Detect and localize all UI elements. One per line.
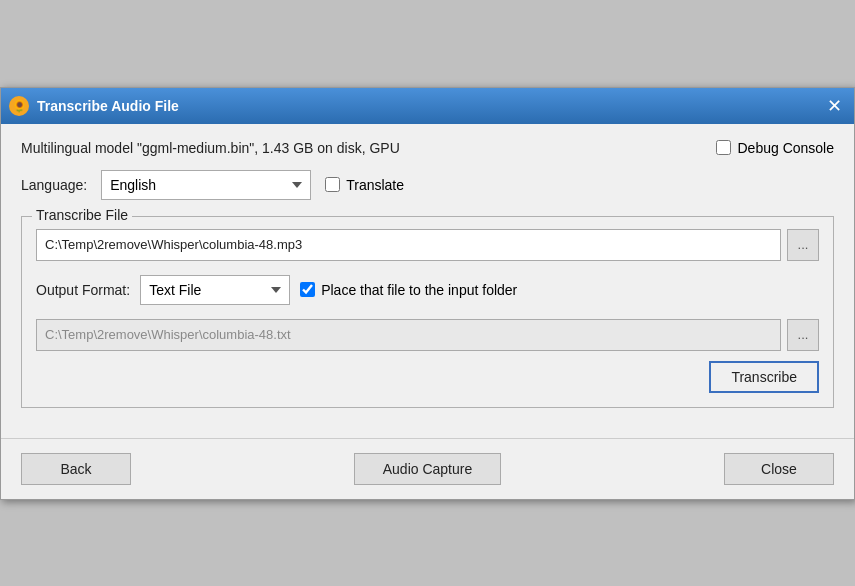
output-format-row: Output Format: Text File SRT VTT JSON Pl… (36, 275, 819, 305)
title-bar: 🌻 Transcribe Audio File ✕ (1, 88, 854, 124)
language-select[interactable]: English Auto Detect Spanish French Germa… (101, 170, 311, 200)
app-icon: 🌻 (9, 96, 29, 116)
output-file-browse-button[interactable]: ... (787, 319, 819, 351)
model-info-text: Multilingual model "ggml-medium.bin", 1.… (21, 140, 400, 156)
place-folder-area: Place that file to the input folder (300, 282, 517, 298)
debug-console-area: Debug Console (716, 140, 834, 156)
transcribe-row: Transcribe (36, 361, 819, 393)
debug-console-checkbox[interactable] (716, 140, 731, 155)
transcribe-button[interactable]: Transcribe (709, 361, 819, 393)
language-row: Language: English Auto Detect Spanish Fr… (21, 170, 834, 200)
title-bar-left: 🌻 Transcribe Audio File (9, 96, 179, 116)
debug-console-label[interactable]: Debug Console (716, 140, 834, 156)
translate-area: Translate (325, 177, 404, 193)
place-folder-label[interactable]: Place that file to the input folder (300, 282, 517, 298)
language-label: Language: (21, 177, 87, 193)
group-box-legend: Transcribe File (32, 207, 132, 223)
output-file-row: ... (36, 319, 819, 351)
bottom-bar: Back Audio Capture Close (1, 438, 854, 499)
output-file-input[interactable] (36, 319, 781, 351)
main-window: 🌻 Transcribe Audio File ✕ Multilingual m… (0, 87, 855, 500)
audio-file-browse-button[interactable]: ... (787, 229, 819, 261)
close-button[interactable]: Close (724, 453, 834, 485)
output-format-label: Output Format: (36, 282, 130, 298)
audio-file-row: ... (36, 229, 819, 261)
translate-label[interactable]: Translate (325, 177, 404, 193)
window-close-button[interactable]: ✕ (823, 97, 846, 115)
place-folder-checkbox[interactable] (300, 282, 315, 297)
audio-file-input[interactable] (36, 229, 781, 261)
window-title: Transcribe Audio File (37, 98, 179, 114)
transcribe-file-group: Transcribe File ... Output Format: Text … (21, 216, 834, 408)
translate-checkbox[interactable] (325, 177, 340, 192)
output-format-select[interactable]: Text File SRT VTT JSON (140, 275, 290, 305)
audio-capture-button[interactable]: Audio Capture (354, 453, 502, 485)
back-button[interactable]: Back (21, 453, 131, 485)
content-area: Multilingual model "ggml-medium.bin", 1.… (1, 124, 854, 438)
info-row: Multilingual model "ggml-medium.bin", 1.… (21, 140, 834, 156)
